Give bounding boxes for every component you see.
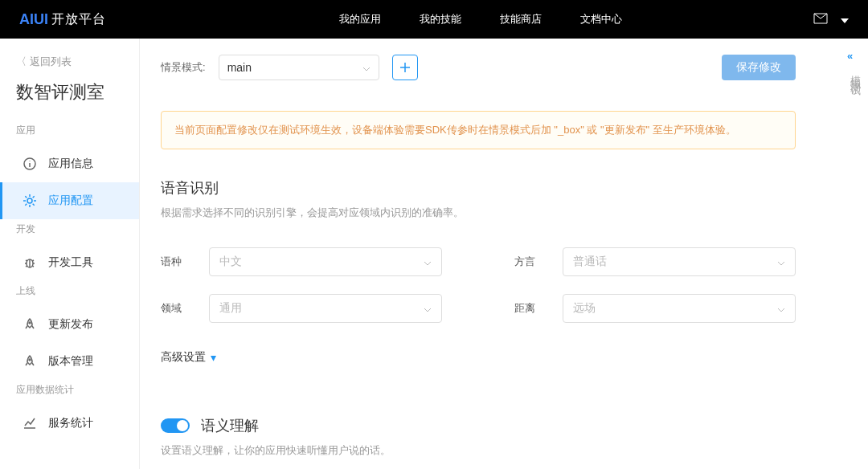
- bug-icon: [23, 255, 37, 270]
- logo-platform: 开放平台: [51, 11, 106, 28]
- sidebar-item-service-stats[interactable]: 服务统计: [0, 405, 139, 442]
- info-icon: [23, 157, 37, 171]
- sidebar-item-label: 应用配置: [48, 194, 93, 208]
- nlu-desc: 设置语义理解，让你的应用快速听懂用户说的话。: [161, 443, 796, 458]
- save-button[interactable]: 保存修改: [722, 55, 796, 80]
- side-group-dev: 开发: [0, 219, 139, 244]
- distance-label: 距离: [514, 301, 563, 316]
- svg-line-9: [32, 260, 34, 261]
- svg-point-13: [29, 359, 31, 361]
- sidebar-item-label: 更新发布: [48, 317, 93, 332]
- scene-value: main: [227, 61, 252, 74]
- logo[interactable]: AIUI 开放平台: [19, 11, 106, 28]
- side-group-stats: 应用数据统计: [0, 380, 139, 405]
- user-menu-chevron-icon[interactable]: [841, 13, 849, 26]
- gear-icon: [23, 194, 37, 208]
- nav-docs[interactable]: 文档中心: [580, 12, 622, 27]
- scene-select[interactable]: main: [219, 55, 379, 80]
- chevron-down-icon: [424, 302, 432, 315]
- dialect-select[interactable]: 普通话: [563, 247, 796, 276]
- sim-test-label: 模拟测试: [847, 67, 864, 80]
- nlu-toggle[interactable]: [161, 418, 190, 433]
- nav-center: 我的应用 我的技能 技能商店 文档中心: [339, 12, 813, 27]
- logo-mark: AIUI: [19, 11, 48, 28]
- nlu-title: 语义理解: [201, 416, 259, 435]
- rocket-icon: [23, 317, 37, 332]
- mail-icon[interactable]: [813, 13, 828, 27]
- main: 情景模式: main 保存修改 当前页面配置修改仅在测试环境生效，设备端体验需要…: [140, 39, 868, 469]
- chevron-down-icon: [777, 255, 785, 268]
- sidebar-item-label: 应用信息: [48, 157, 93, 171]
- sidebar-item-label: 服务统计: [48, 416, 93, 430]
- sidebar-item-version[interactable]: 版本管理: [0, 343, 139, 380]
- sidebar-item-app-info[interactable]: 应用信息: [0, 145, 139, 182]
- language-label: 语种: [161, 255, 209, 269]
- svg-point-12: [29, 322, 31, 324]
- nav-my-apps[interactable]: 我的应用: [339, 12, 381, 27]
- save-button-label: 保存修改: [736, 60, 781, 75]
- sidebar-item-label: 开发工具: [48, 255, 93, 270]
- side-group-app: 应用: [0, 120, 139, 145]
- distance-value: 远场: [573, 301, 596, 316]
- dialect-value: 普通话: [573, 255, 607, 269]
- rocket-icon: [23, 354, 37, 369]
- side-group-publish: 上线: [0, 281, 139, 306]
- top-header: AIUI 开放平台 我的应用 我的技能 技能商店 文档中心: [0, 0, 868, 39]
- add-scene-button[interactable]: [392, 55, 418, 80]
- nlu-section: 语义理解 设置语义理解，让你的应用快速听懂用户说的话。: [161, 416, 796, 458]
- domain-select[interactable]: 通用: [209, 294, 442, 323]
- sidebar-item-app-config[interactable]: 应用配置: [0, 182, 139, 219]
- domain-value: 通用: [219, 301, 242, 316]
- svg-line-8: [26, 260, 27, 261]
- advanced-settings-toggle[interactable]: 高级设置 ▾: [161, 350, 216, 365]
- language-value: 中文: [219, 255, 242, 269]
- svg-line-10: [26, 266, 27, 267]
- chevron-down-icon: [362, 61, 371, 74]
- back-link[interactable]: 〈 返回列表: [0, 55, 139, 80]
- scene-bar: 情景模式: main 保存修改: [161, 55, 796, 80]
- nlu-toggle-row: 语义理解: [161, 416, 796, 435]
- layout: 〈 返回列表 数智评测室 应用 应用信息 应用配置 开发 开发工具 上线 更新发…: [0, 39, 868, 469]
- triangle-down-icon: ▾: [211, 351, 216, 364]
- chevron-down-icon: [777, 302, 785, 315]
- page-title: 数智评测室: [0, 80, 139, 120]
- language-select[interactable]: 中文: [209, 247, 442, 276]
- domain-label: 领域: [161, 301, 209, 316]
- nav-my-skills[interactable]: 我的技能: [420, 12, 461, 27]
- distance-select[interactable]: 远场: [563, 294, 796, 323]
- asr-form: 语种 中文 方言 普通话 领域 通用 距离: [161, 247, 796, 323]
- chart-icon: [23, 416, 37, 430]
- collapse-icon: «: [847, 48, 862, 65]
- asr-title: 语音识别: [161, 178, 796, 198]
- sidebar-item-dev-tools[interactable]: 开发工具: [0, 244, 139, 281]
- asr-section: 语音识别 根据需求选择不同的识别引擎，会提高对应领域内识别的准确率。 语种 中文…: [161, 178, 796, 365]
- dialect-label: 方言: [514, 255, 563, 269]
- sidebar-item-release[interactable]: 更新发布: [0, 306, 139, 343]
- advanced-label: 高级设置: [161, 350, 206, 365]
- svg-line-11: [32, 266, 34, 267]
- asr-desc: 根据需求选择不同的识别引擎，会提高对应领域内识别的准确率。: [161, 206, 796, 220]
- sidebar-item-label: 版本管理: [48, 354, 93, 369]
- notice-banner: 当前页面配置修改仅在测试环境生效，设备端体验需要SDK传参时在情景模式后加 "_…: [161, 111, 796, 149]
- scene-label: 情景模式:: [161, 60, 206, 75]
- sidebar: 〈 返回列表 数智评测室 应用 应用信息 应用配置 开发 开发工具 上线 更新发…: [0, 39, 140, 469]
- header-right: [813, 13, 849, 27]
- svg-point-3: [27, 198, 32, 203]
- nav-skill-store[interactable]: 技能商店: [500, 12, 542, 27]
- sim-test-rail[interactable]: « 模拟测试: [841, 39, 868, 89]
- chevron-down-icon: [424, 255, 432, 268]
